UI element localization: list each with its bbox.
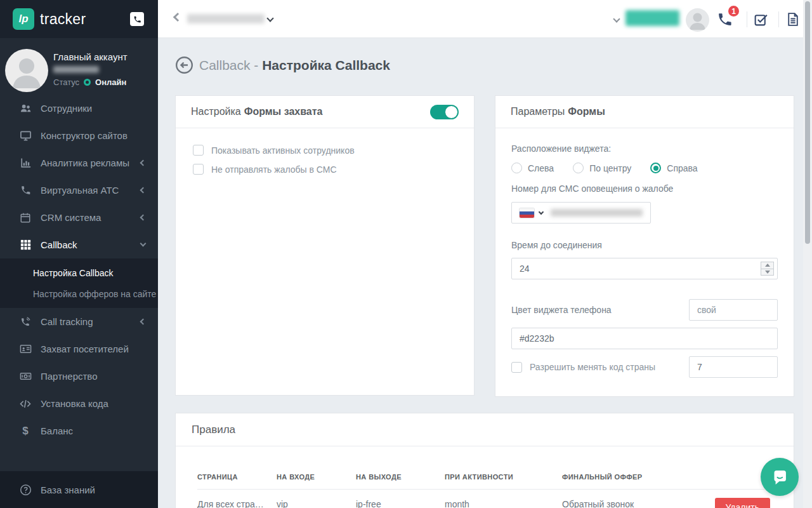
phone-icon — [19, 184, 32, 197]
number-stepper[interactable] — [761, 262, 774, 276]
chevron-left-icon — [140, 187, 147, 194]
question-icon — [19, 483, 32, 496]
allow-country-code-checkbox[interactable]: Разрешить менять код страны — [511, 362, 655, 373]
tasks-check-icon[interactable] — [753, 11, 769, 28]
table-row: Для всех стра… vip ip-free month Обратны… — [197, 490, 778, 508]
sidebar-header: lp tracker — [0, 0, 158, 38]
widget-position-radio-group: Слева По центру Справа — [511, 163, 778, 173]
russia-flag-icon — [520, 208, 534, 218]
capture-form-toggle[interactable] — [430, 105, 459, 119]
chat-bubble-icon — [769, 466, 790, 488]
notification-badge: 1 — [727, 4, 740, 18]
stepper-up[interactable] — [761, 262, 773, 269]
bar-chart-icon — [19, 157, 32, 170]
chevron-down-icon — [539, 210, 544, 215]
chat-widget-button[interactable] — [761, 458, 799, 496]
position-left-radio[interactable]: Слева — [511, 163, 554, 173]
account-login-blurred — [53, 66, 99, 73]
sidebar: lp tracker Главный аккаунт Статус Онлайн… — [0, 0, 158, 508]
rules-table: СТРАНИЦА НА ВХОДЕ НА ВЫХОДЕ ПРИ АКТИВНОС… — [197, 464, 778, 508]
toggle-knob — [445, 105, 458, 119]
brand-logo-text: tracker — [40, 11, 86, 28]
checkbox-icon — [193, 145, 204, 156]
page-back-button[interactable] — [175, 56, 193, 74]
country-code-input[interactable]: 7 — [689, 356, 778, 378]
no-sms-complaints-checkbox[interactable]: Не отправлять жалобы в СМС — [193, 164, 474, 175]
person-icon — [686, 8, 709, 32]
account-status: Статус Онлайн — [53, 77, 126, 87]
sidebar-subitem-callback-settings[interactable]: Настройка Callback — [0, 262, 158, 283]
money-icon — [19, 370, 32, 383]
sidebar-item-employees[interactable]: Сотрудники — [0, 95, 158, 122]
calendar-icon — [19, 211, 32, 224]
scrollbar-track[interactable] — [803, 0, 812, 508]
checkbox-icon — [193, 164, 204, 175]
capture-form-panel: НастройкаФормы захвата Показывать активн… — [175, 95, 475, 396]
sidebar-item-balance[interactable]: $ Баланс — [0, 417, 158, 444]
monitor-icon — [19, 130, 32, 142]
stepper-down[interactable] — [761, 269, 773, 276]
sidebar-phone-button[interactable] — [130, 12, 144, 26]
document-icon[interactable] — [785, 11, 801, 28]
sidebar-subitem-offers-settings[interactable]: Настройка офферов на сайте — [0, 283, 158, 304]
show-active-employees-checkbox[interactable]: Показывать активных сотрудников — [193, 145, 474, 156]
chevron-left-icon — [140, 215, 147, 221]
code-icon — [19, 398, 32, 410]
dollar-icon: $ — [19, 425, 32, 438]
page-title: Callback - Настройка Callback — [199, 58, 390, 73]
widget-position-label: Расположение виджета: — [511, 144, 778, 154]
radio-icon — [573, 163, 584, 173]
radio-icon — [511, 163, 522, 173]
sidebar-item-crm[interactable]: CRM система — [0, 204, 158, 231]
chevron-down-icon[interactable] — [266, 15, 273, 22]
sms-phone-input[interactable] — [511, 202, 651, 224]
lp-logo-icon: lp — [13, 8, 34, 30]
color-mode-input[interactable]: свой — [689, 299, 778, 321]
divider — [747, 11, 747, 27]
radio-selected-icon — [650, 163, 661, 173]
color-value-input[interactable]: #d2232b — [511, 328, 778, 349]
time-input[interactable]: 24 — [511, 258, 778, 279]
position-center-radio[interactable]: По центру — [573, 163, 631, 173]
position-right-radio[interactable]: Справа — [650, 163, 697, 173]
call-tracking-icon — [19, 316, 32, 328]
account-name: Главный аккаунт — [53, 51, 128, 62]
topbar: 1 — [158, 0, 812, 38]
chevron-left-icon — [140, 160, 147, 166]
chevron-down-icon[interactable] — [613, 15, 620, 22]
sidebar-item-ad-analytics[interactable]: Аналитика рекламы — [0, 149, 158, 177]
sidebar-item-code-install[interactable]: Установка кода — [0, 390, 158, 417]
chevron-left-icon — [140, 319, 147, 325]
params-panel-title: ПараметрыФормы — [495, 96, 794, 128]
project-selector-blurred[interactable] — [187, 14, 265, 23]
sidebar-item-callback[interactable]: Callback — [0, 231, 158, 258]
avatar[interactable] — [5, 49, 48, 92]
form-params-panel: ПараметрыФормы Расположение виджета: Сле… — [495, 95, 794, 397]
account-block: Главный аккаунт Статус Онлайн — [0, 38, 158, 95]
online-status-icon — [84, 79, 91, 86]
capture-panel-title: НастройкаФормы захвата — [176, 96, 474, 128]
sidebar-item-knowledge-base[interactable]: База знаний — [0, 471, 158, 508]
sidebar-item-call-tracking[interactable]: Call tracking — [0, 308, 158, 335]
callback-submenu: Настройка Callback Настройка офферов на … — [0, 258, 158, 308]
phone-number-blurred — [551, 209, 643, 217]
topbar-back-chevron-icon[interactable] — [173, 13, 182, 22]
sidebar-item-site-builder[interactable]: Конструктор сайтов — [0, 122, 158, 149]
divider — [778, 11, 779, 27]
balance-amount-blurred[interactable] — [625, 10, 679, 26]
sidebar-item-visitor-capture[interactable]: Захват посетителей — [0, 335, 158, 363]
main-content: Callback - Настройка Callback НастройкаФ… — [158, 38, 812, 508]
checkbox-icon — [511, 362, 522, 373]
sidebar-nav: Сотрудники Конструктор сайтов Аналитика … — [0, 95, 158, 444]
sidebar-item-partnership[interactable]: Партнерство — [0, 363, 158, 390]
sidebar-item-virtual-pbx[interactable]: Виртуальная АТС — [0, 177, 158, 204]
scrollbar-thumb[interactable] — [805, 1, 810, 244]
topbar-avatar[interactable] — [686, 8, 709, 32]
phone-icon — [133, 15, 141, 23]
users-icon — [19, 102, 32, 115]
delete-rule-button[interactable]: Удалить — [715, 498, 770, 508]
rules-panel: Правила СТРАНИЦА НА ВХОДЕ НА ВЫХОДЕ ПРИ … — [175, 413, 794, 508]
widget-color-label: Цвет виджета телефона — [511, 305, 612, 315]
sms-number-label: Номер для СМС оповещения о жалобе — [511, 184, 778, 194]
grid-icon — [19, 239, 32, 251]
